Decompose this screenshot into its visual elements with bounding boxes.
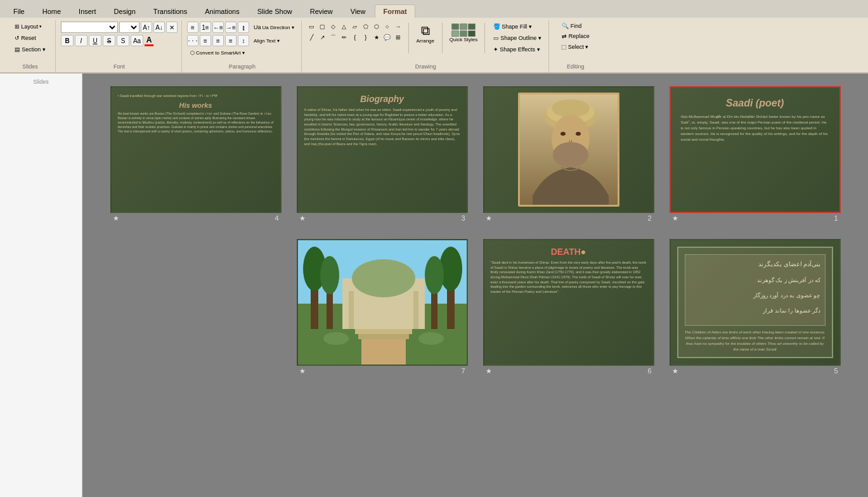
shape-diamond[interactable]: ◇: [328, 22, 339, 32]
shape-bracket[interactable]: {: [350, 32, 360, 42]
shape-effects-button[interactable]: ✦ Shape Effects ▾: [490, 44, 545, 55]
shape-curve[interactable]: ⌒: [328, 32, 339, 42]
justify-button[interactable]: ≡: [225, 35, 236, 46]
tab-view[interactable]: View: [342, 4, 374, 18]
tab-design[interactable]: Design: [106, 4, 144, 18]
drawing-separator: [408, 23, 409, 53]
arrange-button[interactable]: ⧉ Arrange: [414, 22, 437, 46]
work-area: Slides • Saadi travelled through war wre…: [0, 74, 868, 497]
svg-point-8: [553, 142, 588, 167]
editing-select-label: Select ▾: [568, 44, 589, 50]
convert-smartart-button[interactable]: ⬡ Convert to SmartArt ▾: [187, 48, 248, 58]
align-right-button[interactable]: ≡: [212, 35, 224, 46]
slide1-star: ★: [672, 214, 678, 223]
slide5-star: ★: [672, 367, 678, 375]
quick-styles-button[interactable]: Quick Styles: [448, 22, 479, 44]
tab-format[interactable]: Format: [375, 4, 415, 18]
align-text-button[interactable]: Align Text ▾: [250, 36, 283, 46]
ribbon-tabs: File Home Insert Design Transitions Anim…: [0, 0, 868, 18]
section-button[interactable]: ▤ Section ▾: [11, 44, 49, 55]
numbering-button[interactable]: 1≡: [200, 22, 211, 33]
layout-button[interactable]: ⊞ Layout ▾: [11, 22, 49, 32]
shape-freeform[interactable]: ✏: [339, 32, 349, 42]
line-spacing-button[interactable]: ↕: [238, 35, 249, 46]
slide-wrapper-2: ★ 2: [483, 86, 654, 224]
slide-wrapper-7: ★ 7: [297, 239, 468, 377]
font-size-decrease[interactable]: A↓: [153, 22, 165, 33]
slide-thumb-4[interactable]: • Saadi travelled through war wrecked re…: [110, 86, 282, 213]
font-color-button[interactable]: A: [145, 36, 153, 46]
shape-pentagon[interactable]: ⬠: [361, 22, 371, 32]
reset-button[interactable]: ↺ Reset: [11, 33, 49, 43]
change-case-button[interactable]: Aa: [131, 35, 143, 46]
shape-callout[interactable]: 💬: [382, 32, 392, 42]
svg-rect-16: [355, 329, 412, 334]
tab-file[interactable]: File: [5, 4, 33, 18]
italic-button[interactable]: I: [75, 35, 87, 46]
shape-star[interactable]: ★: [372, 32, 382, 42]
tab-review[interactable]: Review: [302, 4, 341, 18]
shape-outline-button[interactable]: ▭ Shape Outline ▾: [490, 33, 545, 43]
decrease-indent-button[interactable]: ←≡: [212, 22, 224, 33]
slide-wrapper-6: DEATH● "Saadi died in his hometown of Sh…: [483, 239, 654, 377]
slide4-travel: Saadi travelled through war wrecked regi…: [120, 94, 217, 98]
replace-button[interactable]: ⇄ Replace: [558, 32, 593, 41]
slides-nav-panel: Slides: [0, 74, 82, 497]
svg-rect-15: [413, 291, 418, 329]
svg-rect-17: [358, 334, 409, 339]
shape-rounded-rect[interactable]: ▢: [318, 22, 328, 32]
shape-arrow-line[interactable]: ↗: [318, 32, 328, 42]
shape-fill-button[interactable]: 🪣 Shape Fill ▾: [490, 22, 545, 32]
drawing-separator3: [484, 23, 485, 53]
editing-select-button[interactable]: ⬚ Select ▾: [558, 42, 593, 52]
text-direction-label: Ua Direction ▾: [262, 25, 294, 30]
find-button[interactable]: 🔍 Find: [558, 22, 593, 30]
slide-thumb-2[interactable]: [483, 86, 654, 213]
slide2-footer: ★ 2: [483, 213, 654, 224]
bullets-button[interactable]: ≡: [187, 22, 198, 33]
group-drawing: ▭ ▢ ◇ △ ▱ ⬠ ⬡ ○ → ╱: [303, 20, 549, 72]
shape-right-arrow[interactable]: →: [393, 22, 403, 32]
slide-thumb-7[interactable]: [297, 239, 468, 366]
font-name-select[interactable]: [61, 22, 118, 33]
tab-insert[interactable]: Insert: [70, 4, 105, 18]
slide4-num: 4: [275, 214, 278, 223]
slide-thumb-1[interactable]: Saadi (poet) Abū-Muḥammad Muṣliḥ al-Dīn …: [670, 86, 841, 213]
svg-point-4: [552, 100, 590, 117]
shape-outline-label: Shape Outline ▾: [500, 35, 541, 41]
text-direction-button[interactable]: Ua Ua Direction ▾: [250, 22, 297, 32]
arrange-icon: ⧉: [421, 23, 430, 38]
slide-thumb-5[interactable]: بنی‌آدم اعضای یکدیگرند که در آفرینش ز یک…: [670, 239, 841, 366]
columns-button[interactable]: ⫿: [238, 22, 249, 33]
tab-home[interactable]: Home: [34, 4, 69, 18]
font-size-increase[interactable]: A↑: [141, 22, 152, 33]
underline-button[interactable]: U: [89, 35, 101, 46]
shape-more[interactable]: ⊞: [393, 32, 403, 42]
slide-wrapper-3: Biography A native of Shiraz, his father…: [297, 86, 468, 224]
tab-slideshow[interactable]: Slide Show: [249, 4, 301, 18]
shape-rect[interactable]: ▭: [307, 22, 317, 32]
portrait-image: [518, 93, 619, 207]
increase-indent-button[interactable]: →≡: [225, 22, 236, 33]
layout-arrow: ▾: [39, 24, 42, 29]
shape-brace-l[interactable]: }: [361, 32, 371, 42]
tab-transitions[interactable]: Transitions: [145, 4, 195, 18]
slide-row-top: • Saadi travelled through war wrecked re…: [110, 86, 841, 224]
strikethrough-button[interactable]: S: [103, 35, 115, 46]
shape-parallelogram[interactable]: ▱: [350, 22, 360, 32]
bold-button[interactable]: B: [61, 35, 74, 46]
shape-ellipse[interactable]: ○: [382, 22, 392, 32]
shape-hexagon[interactable]: ⬡: [372, 22, 382, 32]
align-center-button[interactable]: ≡: [200, 35, 211, 46]
shadow-button[interactable]: S: [117, 35, 129, 46]
tab-animations[interactable]: Animations: [197, 4, 247, 18]
slide-thumb-3[interactable]: Biography A native of Shiraz, his father…: [297, 86, 468, 213]
main-canvas: • Saadi travelled through war wrecked re…: [82, 74, 868, 497]
clear-formatting-button[interactable]: ✕: [166, 22, 178, 33]
shape-triangle[interactable]: △: [339, 22, 349, 32]
font-size-select[interactable]: [119, 22, 139, 33]
shape-line[interactable]: ╱: [307, 32, 317, 42]
slide-thumb-6[interactable]: DEATH● "Saadi died in his hometown of Sh…: [483, 239, 654, 366]
editing-select-icon: ⬚: [561, 44, 567, 50]
align-left-button[interactable]: ⬝⬝⬝: [187, 35, 198, 46]
